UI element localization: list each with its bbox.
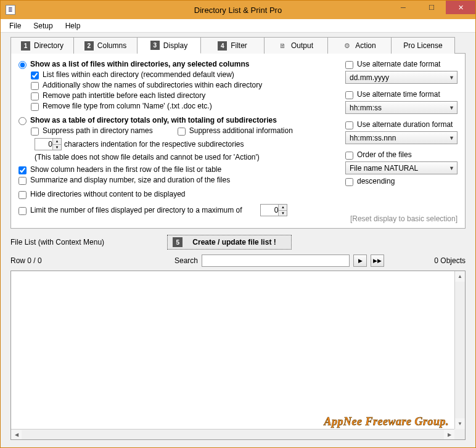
tab-filter[interactable]: 4 Filter — [201, 37, 265, 54]
tab-action[interactable]: ⚙ Action — [328, 37, 392, 54]
tab-directory[interactable]: 1 Directory — [10, 37, 74, 54]
create-label: Create / update file list ! — [192, 238, 276, 246]
menu-help[interactable]: Help — [60, 20, 86, 31]
document-icon: 🗎 — [279, 41, 287, 50]
chk-limit-files[interactable] — [18, 207, 27, 215]
chk-remove-intertitle[interactable] — [31, 92, 39, 100]
search-input[interactable] — [202, 255, 350, 267]
spin-up-icon[interactable]: ▲ — [52, 139, 61, 144]
menu-setup[interactable]: Setup — [28, 20, 57, 31]
gear-icon: ⚙ — [343, 41, 351, 50]
row-counter: Row 0 / 0 — [10, 256, 171, 265]
chk-alt-duration[interactable] — [345, 121, 353, 129]
display-panel: Show as a list of files within directori… — [10, 53, 466, 229]
tab-label: Columns — [97, 41, 126, 50]
combo-date-format[interactable]: dd.mm.yyyy ▼ — [345, 71, 458, 84]
filelist-label: File List (with Context Menu) — [10, 238, 104, 246]
tab-columns[interactable]: 2 Columns — [74, 37, 137, 54]
radio-table-label: Show as a table of directory totals only… — [30, 116, 277, 124]
tab-output[interactable]: 🗎 Output — [265, 37, 328, 54]
tab-num-3: 3 — [150, 41, 160, 50]
create-num: 5 — [173, 237, 183, 247]
chk-alt-duration-label: Use alternate duration format — [357, 120, 453, 129]
chk-alt-date-label: Use alternate date format — [357, 60, 440, 68]
chk-suppress-path-label: Suppress path in directory names — [43, 126, 153, 135]
chk-summarize-label: Summarize and display number, size and d… — [30, 176, 230, 184]
spin-down-icon[interactable]: ▼ — [52, 144, 61, 150]
combo-time-value: hh:mm:ss — [350, 104, 382, 112]
table-note: (This table does not show file details a… — [35, 153, 339, 161]
spin-down-icon[interactable]: ▼ — [278, 210, 287, 216]
tab-license[interactable]: Pro License — [392, 37, 455, 54]
chk-hide-empty-label: Hide directories without content to be d… — [30, 190, 185, 198]
chk-suppress-path[interactable] — [31, 128, 39, 136]
watermark-text: AppNee Freeware Group. — [324, 415, 449, 428]
chk-summarize[interactable] — [18, 177, 27, 185]
combo-duration-value: hh:mm:ss.nnn — [350, 134, 396, 142]
tab-label: Pro License — [403, 41, 442, 50]
chk-alt-time-label: Use alternate time format — [357, 90, 440, 99]
search-last-button[interactable]: ▶▶ — [371, 255, 384, 267]
chk-order-files-label: Order of the files — [357, 150, 412, 159]
scroll-right-icon[interactable]: ▶ — [444, 430, 454, 439]
scroll-corner — [454, 429, 465, 439]
minimize-button[interactable]: ─ — [389, 1, 417, 14]
search-next-button[interactable]: ▶ — [353, 255, 367, 267]
radio-list-of-files[interactable] — [18, 61, 27, 69]
maximize-button[interactable]: ☐ — [417, 1, 446, 14]
limit-value: 0 — [274, 206, 279, 214]
indentation-stepper[interactable]: 0 ▲▼ — [35, 138, 62, 150]
chk-list-files-label: List files within each directory (recomm… — [43, 70, 234, 79]
chk-alt-time[interactable] — [345, 91, 353, 99]
combo-order[interactable]: File name NATURAL ▼ — [345, 161, 458, 174]
chk-remove-filetype-label: Remove file type from column 'Name' (.tx… — [43, 102, 212, 110]
chk-suppress-info-label: Suppress additional information — [189, 126, 293, 135]
combo-time-format[interactable]: hh:mm:ss ▼ — [345, 101, 458, 114]
chevron-down-icon: ▼ — [449, 75, 454, 81]
combo-date-value: dd.mm.yyyy — [350, 73, 389, 82]
close-button[interactable]: ✕ — [446, 1, 475, 14]
tab-label: Filter — [231, 41, 247, 50]
horizontal-scrollbar[interactable]: ◀ ▶ — [11, 429, 465, 439]
chk-descending-label: descending — [357, 177, 395, 185]
file-list-area[interactable]: ▲ ▼ ◀ ▶ AppNee Freeware Group. — [10, 271, 466, 440]
scroll-left-icon[interactable]: ◀ — [11, 430, 22, 440]
scroll-up-icon[interactable]: ▲ — [455, 271, 465, 282]
objects-count: 0 Objects — [434, 256, 466, 265]
tab-label: Output — [291, 41, 313, 50]
menu-bar: File Setup Help — [1, 19, 475, 33]
chk-remove-filetype[interactable] — [31, 103, 39, 111]
menu-file[interactable]: File — [4, 20, 26, 31]
tab-num-1: 1 — [21, 41, 30, 51]
chk-list-files[interactable] — [31, 71, 39, 79]
limit-stepper[interactable]: 0 ▲▼ — [260, 204, 287, 216]
vertical-scrollbar[interactable]: ▲ ▼ — [454, 271, 465, 439]
scroll-down-icon[interactable]: ▼ — [455, 418, 465, 429]
chk-suppress-info[interactable] — [178, 128, 186, 136]
chk-column-headers[interactable] — [18, 166, 27, 174]
reset-display-link[interactable]: [Reset display to basic selection] — [345, 214, 458, 223]
chk-descending[interactable] — [345, 178, 353, 186]
chk-column-headers-label: Show column headers in the first row of … — [30, 165, 221, 174]
combo-duration-format[interactable]: hh:mm:ss.nnn ▼ — [345, 131, 458, 144]
chk-remove-intertitle-label: Remove path intertitle before each liste… — [43, 91, 205, 100]
create-update-button[interactable]: 5 Create / update file list ! — [167, 235, 291, 250]
radio-list-label: Show as a list of files within directori… — [30, 60, 249, 68]
spin-up-icon[interactable]: ▲ — [278, 205, 287, 210]
tab-label: Directory — [34, 41, 64, 50]
chevron-down-icon: ▼ — [449, 135, 454, 141]
chk-show-subdirs[interactable] — [31, 82, 39, 90]
tab-num-4: 4 — [218, 41, 227, 51]
radio-table-totals[interactable] — [18, 117, 27, 125]
search-label: Search — [174, 256, 198, 265]
tab-strip: 1 Directory 2 Columns 3 Display 4 Filter… — [10, 36, 466, 53]
tab-display[interactable]: 3 Display — [137, 37, 201, 54]
chk-hide-empty[interactable] — [18, 191, 27, 199]
chk-alt-date[interactable] — [345, 61, 353, 69]
chk-show-subdirs-label: Additionally show the names of subdirect… — [43, 81, 262, 89]
chk-order-files[interactable] — [345, 152, 353, 160]
app-icon: ≣ — [6, 5, 15, 15]
title-bar: ≣ Directory List & Print Pro ─ ☐ ✕ — [1, 1, 475, 19]
chk-limit-files-label: Limit the number of files displayed per … — [30, 206, 242, 214]
combo-order-value: File name NATURAL — [350, 164, 418, 173]
